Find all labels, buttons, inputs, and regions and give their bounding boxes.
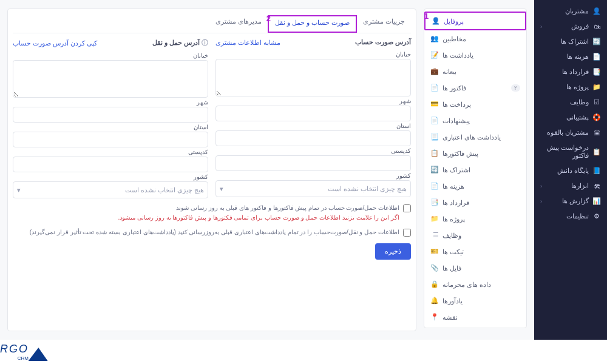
sub-item-icon: 📍 <box>430 313 439 321</box>
sub-item-label: پروژه ها <box>443 215 465 223</box>
nav-item-مشتریان[interactable]: 👤مشتریان <box>534 4 607 19</box>
nav-icon: 🏛 <box>592 129 601 136</box>
nav-item-هزینه ها[interactable]: 📄هزینه ها <box>534 49 607 64</box>
shipping-state-input[interactable] <box>13 132 208 147</box>
sub-item-قرارداد ها[interactable]: قرارداد ها📑 <box>424 194 526 211</box>
copy-billing-link[interactable]: کپی کردن آدرس صورت حساب <box>13 39 97 47</box>
nav-item-ابزارها[interactable]: 🛠ابزارها‹ <box>534 178 607 194</box>
update-invoices-text: اطلاعات حمل/صورت حساب در تمام پیش فاکتور… <box>118 203 399 223</box>
update-credit-notes-text: اطلاعات حمل و نقل/صورت‌حساب را در تمام ی… <box>30 228 399 237</box>
sub-item-icon: 📄 <box>430 116 439 124</box>
nav-item-مشتریان بالقوه[interactable]: 🏛مشتریان بالقوه <box>534 125 607 140</box>
shipping-state-label: استان <box>13 124 208 130</box>
sub-item-داده های محرمانه[interactable]: داده های محرمانه🔒 <box>424 276 526 292</box>
shipping-zip-input[interactable] <box>13 157 208 172</box>
billing-title: آدرس صورت حساب <box>355 38 411 46</box>
shipping-city-input[interactable] <box>13 107 208 123</box>
nav-icon: 📘 <box>592 167 601 175</box>
sub-item-اشتراک ها[interactable]: اشتراک ها🔄 <box>424 161 526 178</box>
nav-item-وظایف[interactable]: ☑وظایف <box>534 95 607 110</box>
nav-item-تنظیمات[interactable]: ⚙تنظیمات <box>534 209 607 224</box>
sub-item-label: یادآورها <box>443 297 463 305</box>
nav-item-اشتراک ها[interactable]: 🔄اشتراک ها <box>534 34 607 49</box>
update-invoices-checkbox[interactable] <box>403 204 411 212</box>
sub-item-icon: ☰ <box>430 231 439 239</box>
shipping-city-label: شهر <box>13 99 208 106</box>
argo-crm-logo: RGO CRM <box>0 343 49 361</box>
tab-customer-admins[interactable]: مدیرهای مشتری <box>209 15 268 33</box>
nav-item-قرارداد ها[interactable]: 📑قرارداد ها <box>534 64 607 79</box>
sub-item-نقشه[interactable]: نقشه📍 <box>424 309 526 325</box>
nav-label: وظایف <box>570 98 589 106</box>
sub-item-یادآورها[interactable]: یادآورها🔔 <box>424 292 526 309</box>
sub-item-پیشنهادات[interactable]: پیشنهادات📄 <box>424 112 526 129</box>
billing-city-label: شهر <box>215 98 411 104</box>
nav-item-درخواست پیش فاکتور[interactable]: 📋درخواست پیش فاکتور <box>534 140 607 163</box>
sub-item-icon: 📁 <box>430 215 439 223</box>
nav-label: اشتراک ها <box>561 38 589 46</box>
customer-tabs: جزییات مشتری صورت حساب و حمل و نقل 2 مدی… <box>13 15 411 33</box>
billing-zip-label: کدپستی <box>215 147 411 154</box>
billing-street-label: خیابان <box>215 51 411 58</box>
sub-item-label: وظایف <box>443 232 461 239</box>
nav-icon: 📑 <box>592 68 601 76</box>
billing-country-select[interactable]: هیچ چیزی انتخاب نشده است ▾ <box>215 180 411 197</box>
billing-zip-input[interactable] <box>215 155 411 171</box>
nav-item-پایگاه دانش[interactable]: 📘پایگاه دانش <box>534 163 607 178</box>
sub-item-یادداشت ها[interactable]: یادداشت ها📝 <box>424 47 526 63</box>
nav-label: درخواست پیش فاکتور <box>540 144 589 160</box>
nav-item-فروش[interactable]: 🛍فروش‹ <box>534 19 607 34</box>
highlight-marker-2: 2 <box>266 14 271 23</box>
sub-item-هزینه ها[interactable]: هزینه ها📄 <box>424 178 526 194</box>
update-credit-notes-checkbox-row: اطلاعات حمل و نقل/صورت‌حساب را در تمام ی… <box>13 228 411 237</box>
billing-country-label: کشور <box>215 172 411 179</box>
shipping-street-input[interactable] <box>13 60 208 98</box>
tab-billing-shipping[interactable]: صورت حساب و حمل و نقل 2 <box>268 15 357 33</box>
select-placeholder: هیچ چیزی انتخاب نشده است <box>328 185 407 192</box>
nav-icon: 📊 <box>592 197 601 205</box>
count-badge: ۲ <box>511 84 520 92</box>
sub-item-label: پروفایل <box>444 18 464 25</box>
sub-item-label: مخاطبین <box>443 35 466 42</box>
sub-item-فایل ها[interactable]: فایل ها📎 <box>424 260 526 276</box>
sub-item-پروژه ها[interactable]: پروژه ها📁 <box>424 211 526 227</box>
shipping-column: ⓘ آدرس حمل و نقل کپی کردن آدرس صورت حساب… <box>13 38 208 198</box>
sub-item-یادداشت های اعتباری[interactable]: یادداشت های اعتباری📃 <box>424 129 526 145</box>
tab-label: صورت حساب و حمل و نقل <box>275 19 350 26</box>
billing-city-input[interactable] <box>215 106 411 121</box>
sub-item-وظایف[interactable]: وظایف☰ <box>424 227 526 243</box>
sub-item-icon: 👤 <box>432 17 440 25</box>
sub-item-icon: 📝 <box>430 51 439 59</box>
nav-item-پروژه ها[interactable]: 📁پروژه ها <box>534 79 607 95</box>
copy-customer-info-link[interactable]: مشابه اطلاعات مشتری <box>215 39 280 46</box>
billing-state-input[interactable] <box>215 130 411 146</box>
sub-item-icon: 💼 <box>430 67 439 75</box>
update-credit-notes-checkbox[interactable] <box>403 229 411 237</box>
nav-item-پشتیبانی[interactable]: 🛟پشتیبانی <box>534 110 607 125</box>
logo-subtitle: CRM <box>0 356 29 361</box>
content-area: پروفایل👤1مخاطبین👥یادداشت ها📝بیعانه💼۲فاکت… <box>0 0 534 340</box>
sub-item-تیکت ها[interactable]: تیکت ها🎫 <box>424 243 526 260</box>
tab-customer-details[interactable]: جزییات مشتری <box>357 15 411 33</box>
sub-item-label: داده های محرمانه <box>443 281 491 288</box>
sub-item-پرداخت ها[interactable]: پرداخت ها💳 <box>424 96 526 112</box>
main-panel: جزییات مشتری صورت حساب و حمل و نقل 2 مدی… <box>7 8 416 331</box>
nav-item-گزارش ها[interactable]: 📊گزارش ها‹ <box>534 194 607 209</box>
sub-item-پیش فاکتورها[interactable]: پیش فاکتورها📋 <box>424 145 526 161</box>
sub-item-icon: 📋 <box>430 149 439 157</box>
billing-state-label: استان <box>215 123 411 129</box>
sub-item-label: یادداشت ها <box>443 52 473 59</box>
sub-item-label: تیکت ها <box>443 248 464 255</box>
sub-item-پروفایل[interactable]: پروفایل👤1 <box>424 12 526 30</box>
shipping-country-select[interactable]: هیچ چیزی انتخاب نشده است ▾ <box>13 181 208 198</box>
sub-item-icon: 💳 <box>430 100 439 108</box>
logo-bar: RGO CRM <box>0 340 607 364</box>
nav-icon: 👤 <box>592 7 601 15</box>
sub-item-مخاطبین[interactable]: مخاطبین👥 <box>424 30 526 47</box>
sub-item-بیعانه[interactable]: بیعانه💼 <box>424 63 526 79</box>
sub-item-label: بیعانه <box>443 68 456 75</box>
billing-street-input[interactable] <box>215 59 411 96</box>
nav-label: پروژه ها <box>566 83 589 91</box>
save-button[interactable]: ذخیره <box>375 243 411 260</box>
sub-item-فاکتور ها[interactable]: ۲فاکتور ها📄 <box>424 79 526 96</box>
